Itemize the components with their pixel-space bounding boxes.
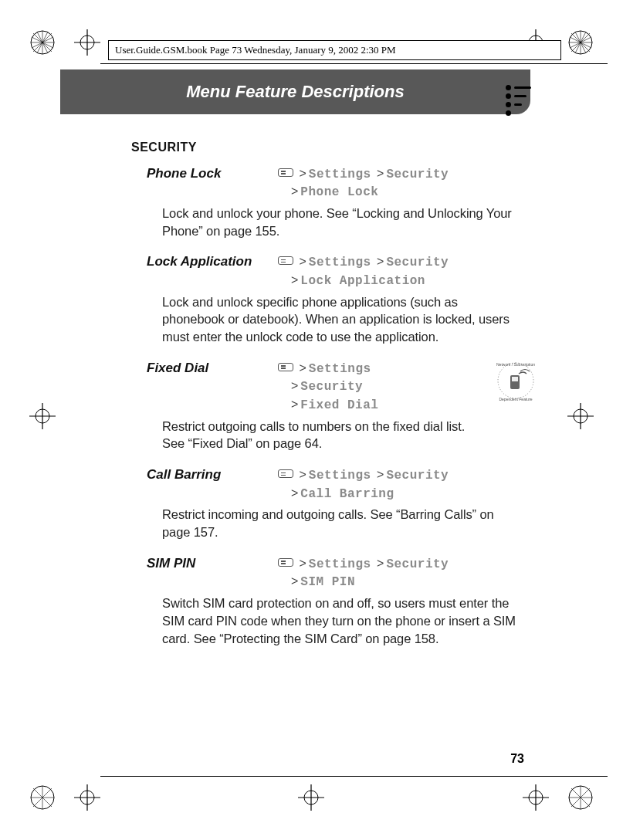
feature-name: Phone Lock: [131, 165, 278, 183]
path-item: Security: [386, 168, 449, 181]
registration-mark-icon: [29, 29, 56, 56]
path-item: Settings: [309, 557, 371, 571]
feature-block: SIM PIN >Settings >Security >SIM PIN Swi…: [131, 555, 530, 647]
feature-description: Restrict outgoing calls to numbers on th…: [131, 418, 530, 453]
feature-name: Fixed Dial: [131, 360, 278, 378]
path-item: Fixed Dial: [300, 398, 378, 412]
feature-description: Lock and unlock specific phone applicati…: [131, 293, 530, 346]
path-item: Settings: [309, 168, 371, 181]
feature-description: Lock and unlock your phone. See “Locking…: [131, 205, 530, 240]
svg-rect-52: [512, 377, 518, 381]
path-item: Security: [386, 256, 449, 269]
path-item: Settings: [309, 362, 371, 376]
frame-line: [100, 776, 608, 777]
feature-description: Restrict incoming and outgoing calls. Se…: [131, 506, 530, 541]
feature-name: SIM PIN: [131, 555, 278, 573]
menu-key-icon: [278, 363, 293, 371]
feature-block: Fixed Dial >Settings >Security >Fixed Di…: [131, 360, 530, 452]
page-number: 73: [510, 752, 524, 766]
feature-path: >Settings >Security >Phone Lock: [278, 165, 530, 202]
crop-mark-icon: [74, 784, 100, 811]
path-item: Settings: [309, 256, 371, 269]
section-heading: SECURITY: [131, 139, 530, 156]
crop-mark-icon: [29, 403, 56, 429]
svg-text:Dependent Feature: Dependent Feature: [499, 397, 532, 401]
registration-mark-icon: [567, 29, 594, 56]
feature-path: >Settings >Security >Fixed Dial: [278, 360, 530, 415]
frame-line: [100, 63, 608, 64]
path-item: SIM PIN: [300, 575, 355, 589]
feature-path: >Settings >Security >SIM PIN: [278, 555, 530, 591]
doc-meta-text: User.Guide.GSM.book Page 73 Wednesday, J…: [115, 44, 396, 56]
crop-mark-icon: [298, 784, 324, 811]
path-item: Security: [386, 557, 449, 571]
crop-mark-icon: [523, 784, 549, 811]
chapter-title: Menu Feature Descriptions: [186, 82, 404, 102]
menu-key-icon: [278, 256, 293, 265]
menu-key-icon: [278, 469, 293, 478]
feature-name: Call Barring: [131, 466, 278, 484]
registration-mark-icon: [29, 784, 56, 811]
feature-path: >Settings >Security >Call Barring: [278, 466, 530, 503]
doc-meta-bar: User.Guide.GSM.book Page 73 Wednesday, J…: [108, 40, 561, 60]
path-item: Phone Lock: [300, 185, 378, 199]
feature-description: Switch SIM card protection on and off, s…: [131, 594, 530, 647]
chapter-title-tab: Menu Feature Descriptions: [60, 69, 530, 114]
network-dependent-icon: Network / Subscription Dependent Feature: [493, 358, 538, 408]
feature-path: >Settings >Security >Lock Application: [278, 253, 530, 290]
list-icon: [506, 83, 537, 111]
path-item: Lock Application: [300, 274, 425, 288]
crop-mark-icon: [567, 403, 594, 429]
path-item: Security: [386, 469, 449, 483]
menu-key-icon: [278, 168, 293, 177]
path-item: Security: [300, 380, 363, 394]
registration-mark-icon: [567, 784, 594, 811]
crop-mark-icon: [74, 29, 100, 56]
feature-name: Lock Application: [131, 253, 278, 271]
feature-block: Lock Application >Settings >Security >Lo…: [131, 253, 530, 345]
svg-text:Network / Subscription: Network / Subscription: [496, 362, 535, 367]
menu-key-icon: [278, 558, 293, 567]
feature-block: Phone Lock >Settings >Security >Phone Lo…: [131, 165, 530, 240]
page-content: SECURITY Phone Lock >Settings >Security …: [131, 139, 530, 661]
path-item: Call Barring: [300, 487, 394, 501]
path-item: Settings: [309, 469, 371, 483]
feature-block: Call Barring >Settings >Security >Call B…: [131, 466, 530, 541]
